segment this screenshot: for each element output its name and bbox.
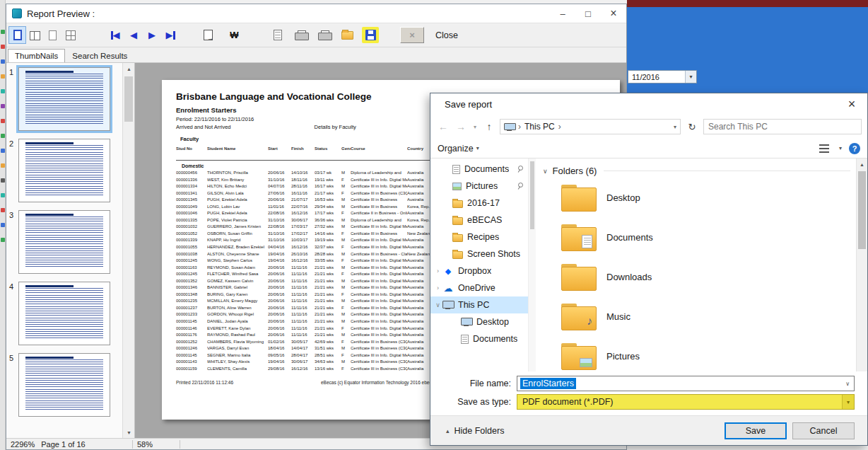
two-page-view-button[interactable]	[26, 26, 44, 44]
app-strip-icon[interactable]	[1, 223, 5, 227]
save-report-button[interactable]	[362, 27, 379, 43]
scrollbar-thumb[interactable]	[124, 76, 133, 122]
print-button[interactable]	[292, 26, 310, 44]
dialog-titlebar[interactable]: Save report	[430, 93, 867, 115]
last-page-button[interactable]	[161, 27, 180, 44]
folders-group-header[interactable]: Folders (6)	[536, 158, 856, 178]
sidebar-item[interactable]: Screen Shots	[430, 246, 528, 262]
report-preview-titlebar[interactable]: Report Preview :	[6, 4, 626, 23]
thumbnails-scrollbar[interactable]	[122, 63, 134, 438]
maximize-button[interactable]	[575, 4, 601, 23]
sidebar-item[interactable]: Pictures	[430, 178, 528, 195]
recent-locations-icon[interactable]	[471, 124, 479, 130]
currency-button[interactable]	[225, 26, 243, 44]
forward-button[interactable]	[454, 121, 468, 132]
up-button[interactable]	[482, 121, 496, 132]
expand-chevron-icon[interactable]	[433, 267, 442, 275]
date-field[interactable]: 11/2016 ▾	[628, 70, 697, 83]
change-view-icon[interactable]	[819, 144, 829, 153]
sidebar-item[interactable]: Dropbox	[430, 262, 528, 279]
blank-page-view-button[interactable]	[44, 26, 61, 44]
refresh-button[interactable]	[684, 119, 700, 134]
app-strip-icon[interactable]	[1, 89, 5, 93]
page-thumbnail[interactable]: 3	[9, 210, 134, 274]
page-thumbnail[interactable]: 5	[9, 353, 134, 417]
sidebar-item[interactable]: This PC	[430, 296, 528, 313]
folders-scrollbar[interactable]	[856, 158, 867, 371]
search-box[interactable]	[703, 119, 862, 134]
app-strip-icon[interactable]	[1, 238, 5, 242]
preview-tab[interactable]: ThumbNails	[8, 49, 65, 62]
app-strip-icon[interactable]	[1, 149, 5, 153]
address-bar[interactable]: This PC	[500, 119, 681, 134]
organize-button[interactable]: Organize	[438, 144, 474, 154]
print-setup-button[interactable]	[199, 26, 217, 44]
scrollbar-thumb[interactable]	[858, 171, 866, 249]
file-name-value[interactable]: EnrolStarters	[520, 378, 576, 389]
app-strip-icon[interactable]	[1, 104, 5, 108]
search-input[interactable]	[704, 122, 861, 132]
save-as-type-combo[interactable]: PDF document (*.PDF)	[517, 394, 855, 410]
first-page-button[interactable]	[106, 27, 124, 44]
collapse-group-icon[interactable]	[543, 168, 548, 175]
help-icon[interactable]	[849, 143, 860, 154]
page-thumbnail[interactable]: 2	[9, 139, 134, 202]
folder-item[interactable]: Music	[536, 296, 856, 336]
scroll-down-icon[interactable]	[123, 427, 135, 438]
thumbnail-page[interactable]	[18, 210, 110, 274]
folder-item[interactable]: Downloads	[536, 257, 856, 296]
app-strip-icon[interactable]	[1, 74, 5, 79]
thumbnail-page[interactable]	[18, 282, 110, 345]
print-all-button[interactable]	[315, 26, 333, 44]
scroll-up-icon[interactable]	[123, 63, 135, 74]
sidebar-item[interactable]: 2016-17	[430, 195, 528, 212]
breadcrumb-this-pc[interactable]: This PC	[524, 122, 555, 132]
sidebar-item[interactable]: Documents	[430, 161, 528, 178]
save-as-type-dropdown-icon[interactable]	[842, 395, 854, 409]
sidebar-item[interactable]: Desktop	[430, 313, 528, 330]
back-button[interactable]	[436, 121, 450, 132]
hide-folders-button[interactable]: Hide Folders	[446, 426, 504, 436]
thumbnail-page[interactable]	[18, 67, 110, 131]
multi-page-view-button[interactable]	[61, 26, 79, 44]
scroll-up-icon[interactable]	[857, 158, 867, 170]
app-strip-icon[interactable]	[1, 208, 5, 212]
previous-page-button[interactable]	[124, 27, 143, 44]
expand-chevron-icon[interactable]	[433, 301, 442, 308]
folder-item[interactable]: Desktop	[536, 178, 856, 217]
single-page-view-button[interactable]	[8, 26, 26, 44]
date-dropdown-icon[interactable]: ▾	[685, 71, 696, 83]
close-window-button[interactable]	[601, 4, 626, 23]
dialog-close-button[interactable]	[836, 93, 867, 115]
file-name-combo[interactable]: EnrolStarters	[517, 376, 855, 391]
folder-item[interactable]: Documents	[536, 217, 856, 257]
folder-item[interactable]: Pictures	[536, 336, 856, 371]
app-strip-icon[interactable]	[1, 193, 5, 197]
app-strip-icon[interactable]	[1, 134, 5, 138]
save-button[interactable]: Save	[725, 422, 787, 439]
app-strip-icon[interactable]	[1, 163, 5, 168]
preview-tab[interactable]: Search Results	[65, 49, 134, 62]
sidebar-item[interactable]: OneDrive	[430, 279, 528, 296]
app-strip-icon[interactable]	[1, 59, 5, 64]
page-thumbnail[interactable]: 4	[9, 282, 134, 345]
page-thumbnail[interactable]: 1	[9, 67, 134, 131]
sidebar-item[interactable]: Recipes	[430, 229, 528, 246]
sidebar-item[interactable]: eBECAS	[430, 212, 528, 229]
next-page-button[interactable]	[143, 27, 161, 44]
app-strip-icon[interactable]	[1, 178, 5, 183]
scrollbar-thumb[interactable]	[530, 161, 534, 229]
close-preview-button[interactable]: Close	[435, 30, 458, 40]
sidebar-item[interactable]: Documents	[430, 330, 528, 347]
file-name-dropdown-icon[interactable]	[845, 381, 850, 387]
address-dropdown-icon[interactable]	[674, 124, 676, 130]
app-strip-icon[interactable]	[1, 30, 5, 34]
stop-button[interactable]: ×	[400, 27, 424, 43]
open-report-button[interactable]	[339, 26, 356, 44]
export-page-button[interactable]	[269, 26, 286, 44]
thumbnail-page[interactable]	[18, 139, 110, 202]
expand-chevron-icon[interactable]	[433, 284, 442, 292]
app-strip-icon[interactable]	[1, 119, 5, 123]
app-strip-icon[interactable]	[1, 45, 5, 49]
organize-dropdown-icon[interactable]	[476, 145, 479, 151]
